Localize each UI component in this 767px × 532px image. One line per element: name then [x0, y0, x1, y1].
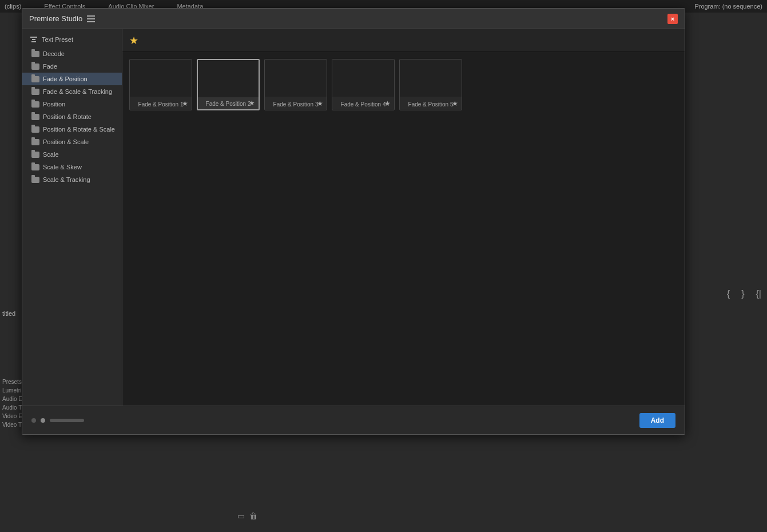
preset-label-3: Fade & Position 3 [265, 101, 327, 108]
timeline-icon-2[interactable]: 🗑 [249, 511, 257, 521]
sidebar-item-fade-scale-tracking[interactable]: Fade & Scale & Tracking [22, 85, 122, 98]
sidebar-item-scale-skew[interactable]: Scale & Skew [22, 161, 122, 173]
preset-item-2[interactable]: Fade & Position 2 ★ [197, 59, 260, 110]
sidebar-label-fade-scale-tracking: Fade & Scale & Tracking [43, 88, 112, 95]
sidebar-label-decode: Decode [43, 50, 65, 57]
left-bracket-icon[interactable]: { [727, 289, 730, 299]
sidebar-label-position-rotate-scale: Position & Rotate & Scale [43, 126, 115, 133]
audio-trans-item-label[interactable]: Audio Trans... [0, 403, 23, 412]
sidebar-label-scale: Scale [43, 151, 59, 158]
folder-icon-scale-tracking [31, 177, 39, 183]
sidebar-label-position-scale: Position & Scale [43, 138, 89, 145]
sidebar-item-position[interactable]: Position [22, 98, 122, 110]
sidebar-item-scale[interactable]: Scale [22, 148, 122, 161]
preset-label-4: Fade & Position 4 [332, 101, 394, 108]
preset-thumbnail-5 [400, 59, 462, 97]
sidebar-item-fade[interactable]: Fade [22, 60, 122, 73]
sidebar-item-fade-position[interactable]: Fade & Position [22, 73, 122, 85]
right-controls: { } {| [727, 289, 761, 299]
preset-thumbnail-2 [198, 60, 259, 97]
sidebar-label-fade: Fade [43, 63, 57, 70]
main-toolbar: ★ [122, 29, 685, 52]
preset-label-1: Fade & Position 1 [130, 101, 192, 108]
preset-label-2: Fade & Position 2 [198, 101, 259, 107]
modal-title-area: Premiere Studio [29, 14, 95, 23]
svg-rect-2 [31, 41, 36, 42]
favorites-star-icon[interactable]: ★ [129, 34, 138, 47]
sidebar-label-scale-tracking: Scale & Tracking [43, 176, 90, 183]
sidebar-label-position: Position [43, 101, 65, 108]
folder-icon-fade-scale-tracking [31, 89, 39, 95]
modal-title: Premiere Studio [29, 14, 82, 23]
scope-icon[interactable]: {| [756, 289, 762, 299]
folder-icon-position-scale [31, 139, 39, 145]
preset-item-4[interactable]: Fade & Position 4 ★ [332, 59, 395, 110]
folder-icon-position-rotate [31, 114, 39, 120]
right-bracket-icon[interactable]: } [741, 289, 744, 299]
preset-thumbnail-3 [265, 59, 327, 97]
presets-grid: Fade & Position 1 ★ Fade & Position 2 ★ … [122, 52, 685, 406]
preset-label-5: Fade & Position 5 [400, 101, 462, 108]
bottom-panel-list: Presets Lumetri Pre... Audio Effect... A… [0, 378, 23, 429]
sidebar-item-scale-tracking[interactable]: Scale & Tracking [22, 173, 122, 186]
timeline-icon-1[interactable]: ▭ [237, 511, 245, 521]
modal-footer: Add [22, 406, 685, 434]
svg-rect-1 [32, 39, 35, 40]
modal-sidebar: Text Preset Decode Fade Fade & Position … [22, 29, 122, 406]
svg-rect-0 [30, 37, 37, 38]
video-effect-item-label[interactable]: Video Effect... [0, 412, 23, 420]
sidebar-item-position-rotate-scale[interactable]: Position & Rotate & Scale [22, 123, 122, 136]
folder-icon-position-rotate-scale [31, 126, 39, 133]
modal-titlebar: Premiere Studio × [22, 9, 685, 29]
preset-item-label[interactable]: Presets [0, 378, 23, 386]
modal-dialog: Premiere Studio × Text Preset [22, 8, 685, 435]
sidebar-label-position-rotate: Position & Rotate [43, 113, 92, 120]
timeline-icons: ▭ 🗑 [237, 511, 257, 521]
video-trans-item-label[interactable]: Video Trans... [0, 420, 23, 429]
add-button[interactable]: Add [639, 413, 675, 428]
modal-main-content: ★ Fade & Position 1 ★ Fade & Position 2 … [122, 29, 685, 406]
footer-pagination [31, 418, 84, 423]
sidebar-label-scale-skew: Scale & Skew [43, 164, 82, 170]
footer-dot-2 [41, 418, 45, 423]
preset-thumbnail-4 [332, 59, 394, 97]
text-preset-icon [29, 35, 38, 44]
titled-label: titled [0, 309, 18, 318]
sidebar-item-decode[interactable]: Decode [22, 47, 122, 60]
header-clips[interactable]: (clips) [5, 3, 21, 10]
folder-icon-decode [31, 51, 39, 57]
preset-thumbnail-1 [130, 59, 192, 97]
preset-item-3[interactable]: Fade & Position 3 ★ [264, 59, 327, 110]
sidebar-item-position-scale[interactable]: Position & Scale [22, 136, 122, 148]
audio-effect-item-label[interactable]: Audio Effect... [0, 395, 23, 403]
folder-icon-fade-position [31, 76, 39, 82]
sidebar-section-title: Text Preset [42, 36, 73, 43]
footer-scrollbar[interactable] [50, 419, 84, 422]
sidebar-label-fade-position: Fade & Position [43, 76, 88, 82]
close-button[interactable]: × [667, 14, 678, 24]
footer-dot-1 [31, 418, 36, 423]
folder-icon-scale-skew [31, 164, 39, 170]
preset-item-5[interactable]: Fade & Position 5 ★ [399, 59, 462, 110]
sidebar-item-position-rotate[interactable]: Position & Rotate [22, 110, 122, 123]
modal-body: Text Preset Decode Fade Fade & Position … [22, 29, 685, 406]
folder-icon-fade [31, 63, 39, 70]
folder-icon-scale [31, 152, 39, 158]
folder-icon-position [31, 101, 39, 108]
hamburger-menu-icon[interactable] [87, 15, 95, 22]
sidebar-section-header: Text Preset [22, 29, 122, 47]
preset-item-1[interactable]: Fade & Position 1 ★ [129, 59, 192, 110]
lumetri-item-label[interactable]: Lumetri Pre... [0, 386, 23, 395]
header-program: Program: (no sequence) [694, 3, 762, 10]
